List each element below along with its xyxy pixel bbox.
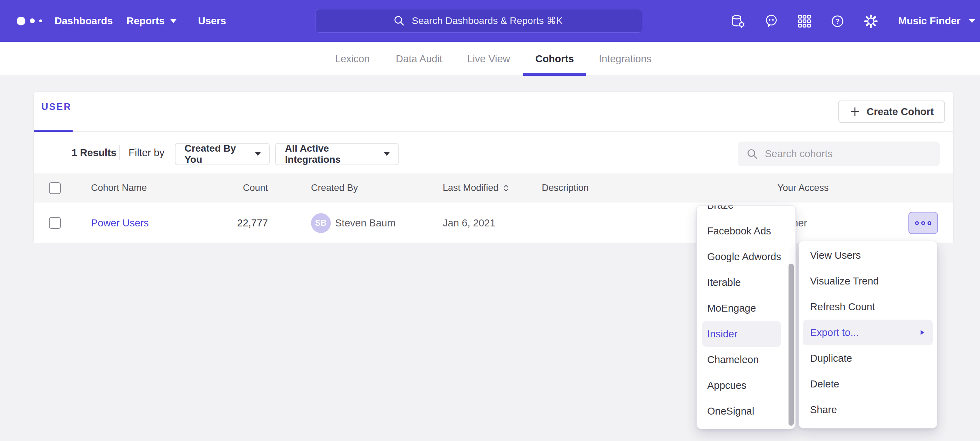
integrations-list: Braze Facebook Ads Google Adwords Iterab… <box>697 205 784 424</box>
menu-item-iterable[interactable]: Iterable <box>697 270 784 295</box>
results-count: 1 Results <box>72 132 116 174</box>
cohort-name-link[interactable]: Power Users <box>91 217 149 229</box>
svg-text:?: ? <box>835 17 840 25</box>
menu-item-view-users[interactable]: View Users <box>799 243 937 268</box>
col-created-by: Created By <box>311 174 358 202</box>
created-by-filter[interactable]: Created By You <box>175 143 270 165</box>
export-integrations-menu: Braze Facebook Ads Google Adwords Iterab… <box>697 205 796 429</box>
search-icon <box>393 14 406 27</box>
chevron-down-icon <box>969 19 975 23</box>
cohort-count: 22,777 <box>237 217 268 229</box>
created-by-name: Steven Baum <box>335 217 396 229</box>
section-tabbar: Lexicon Data Audit Live View Cohorts Int… <box>0 42 980 76</box>
menu-item-onesignal[interactable]: OneSignal <box>697 398 784 424</box>
brand-logo-icon[interactable] <box>17 0 42 42</box>
select-all-checkbox[interactable] <box>49 182 61 194</box>
menu-item-google-adwords[interactable]: Google Adwords <box>697 244 784 270</box>
help-icon[interactable]: ? <box>829 13 845 29</box>
user-type-tab[interactable]: USER <box>41 102 72 112</box>
tab-lexicon[interactable]: Lexicon <box>335 42 370 76</box>
cohort-search-input[interactable] <box>765 148 931 160</box>
row-actions-menu: View Users Visualize Trend Refresh Count… <box>799 241 937 428</box>
cohorts-page: Dashboards Reports Users <box>0 0 980 441</box>
nav-dashboards[interactable]: Dashboards <box>54 0 113 42</box>
chevron-down-icon <box>384 152 390 156</box>
menu-item-braze[interactable]: Braze <box>697 205 784 218</box>
col-cohort-name: Cohort Name <box>91 174 147 202</box>
menu-item-export-to[interactable]: Export to... <box>803 320 933 345</box>
filter-by-label: Filter by <box>129 132 164 174</box>
create-cohort-button[interactable]: Create Cohort <box>838 101 945 123</box>
divider <box>119 145 119 160</box>
menu-item-duplicate[interactable]: Duplicate <box>799 345 937 371</box>
last-modified-date: Jan 6, 2021 <box>443 217 496 229</box>
col-description: Description <box>542 174 589 202</box>
tab-data-audit[interactable]: Data Audit <box>396 42 442 76</box>
project-name: Music Finder <box>898 15 961 27</box>
col-your-access: Your Access <box>777 174 829 202</box>
sort-icon <box>503 184 509 193</box>
row-actions-button[interactable] <box>908 212 938 234</box>
nav-reports[interactable]: Reports <box>127 0 177 42</box>
scrollbar-thumb[interactable] <box>789 264 794 426</box>
divider <box>784 206 784 429</box>
project-switcher[interactable]: Music Finder <box>898 0 975 42</box>
chevron-down-icon <box>255 152 261 156</box>
menu-item-chameleon[interactable]: Chameleon <box>697 347 784 372</box>
tab-integrations[interactable]: Integrations <box>599 42 652 76</box>
nav-users[interactable]: Users <box>198 0 226 42</box>
feedback-icon[interactable] <box>764 13 780 29</box>
chevron-down-icon <box>170 19 177 23</box>
divider <box>34 131 953 132</box>
col-count: Count <box>200 174 268 202</box>
global-search-input[interactable] <box>412 15 565 26</box>
menu-item-share[interactable]: Share <box>799 397 937 423</box>
apps-grid-icon[interactable] <box>797 13 813 29</box>
menu-item-moengage[interactable]: MoEngage <box>697 295 784 321</box>
user-tab-indicator <box>34 130 73 132</box>
menu-item-insider[interactable]: Insider <box>702 321 781 347</box>
menu-item-refresh-count[interactable]: Refresh Count <box>799 294 937 320</box>
avatar: SB <box>311 213 331 233</box>
cohorts-panel: USER Create Cohort 1 Results Filter by C… <box>33 91 954 243</box>
row-checkbox[interactable] <box>49 217 61 229</box>
menu-item-facebook-ads[interactable]: Facebook Ads <box>697 218 784 244</box>
plus-icon <box>850 106 861 117</box>
menu-item-appcues[interactable]: Appcues <box>697 372 784 398</box>
table-row: Power Users 22,777 SB Steven Baum Jan 6,… <box>34 203 953 244</box>
top-navbar: Dashboards Reports Users <box>0 0 980 42</box>
tab-live-view[interactable]: Live View <box>467 42 510 76</box>
global-search-bar[interactable] <box>315 9 642 33</box>
submenu-arrow-icon <box>920 329 925 336</box>
menu-item-visualize-trend[interactable]: Visualize Trend <box>799 268 937 294</box>
settings-icon[interactable] <box>863 13 879 29</box>
search-icon <box>746 148 759 160</box>
col-last-modified[interactable]: Last Modified <box>443 174 509 202</box>
active-tab-indicator <box>523 73 586 76</box>
menu-item-delete[interactable]: Delete <box>799 371 937 397</box>
tab-cohorts[interactable]: Cohorts <box>535 42 574 76</box>
ellipsis-icon <box>915 221 919 225</box>
data-governance-icon[interactable] <box>730 13 746 29</box>
table-header: Cohort Name Count Created By Last Modifi… <box>34 174 953 203</box>
cohort-search-bar[interactable] <box>738 142 940 166</box>
integrations-filter[interactable]: All Active Integrations <box>275 143 399 165</box>
